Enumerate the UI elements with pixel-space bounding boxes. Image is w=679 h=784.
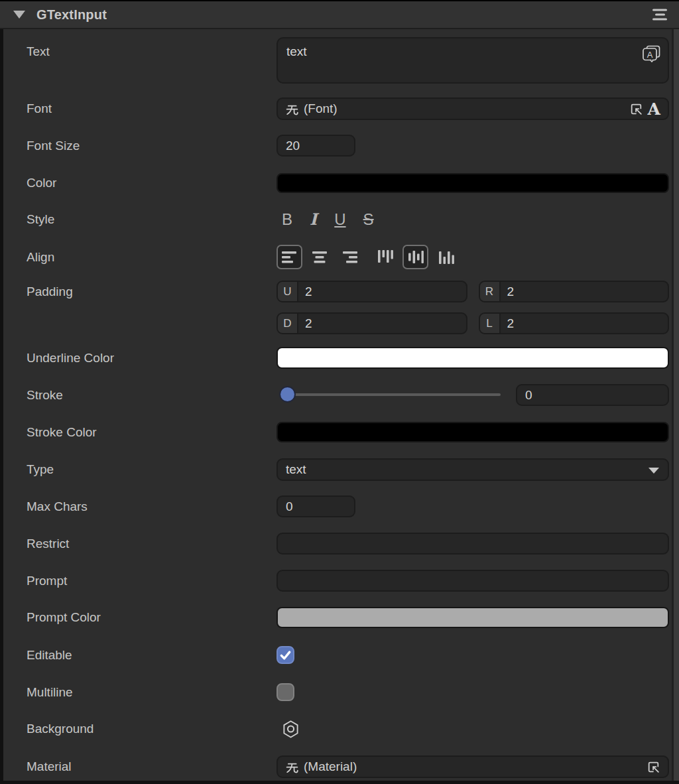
style-label: Style (27, 212, 54, 227)
multiline-checkbox[interactable] (277, 683, 294, 701)
inspector-panel: GTextInput Text text A Font (0, 0, 679, 784)
background-label: Background (27, 722, 93, 736)
underline-color-label: Underline Color (27, 351, 114, 365)
scrollbar-track[interactable] (674, 29, 679, 784)
underline-button[interactable]: U (334, 212, 345, 228)
material-label: Material (27, 759, 72, 774)
padding-up-input[interactable]: U 2 (277, 281, 467, 302)
padding-down-input[interactable]: D 2 (277, 312, 467, 334)
valign-top-icon (377, 249, 393, 265)
max-chars-label: Max Chars (27, 499, 88, 514)
align-center-icon (312, 249, 328, 265)
strikethrough-button[interactable]: S (363, 212, 374, 228)
panel-bottom-edge (0, 781, 679, 784)
material-object-field[interactable]: (Material) (277, 755, 669, 778)
align-left-button[interactable] (277, 245, 302, 269)
editable-label: Editable (27, 648, 72, 663)
color-label: Color (27, 176, 56, 190)
padding-left-value: 2 (501, 316, 515, 331)
object-picker-icon[interactable] (647, 760, 660, 774)
align-left-icon (281, 249, 298, 265)
italic-button[interactable]: I (310, 212, 317, 228)
valign-middle-button[interactable] (402, 245, 428, 269)
max-chars-value: 0 (278, 499, 293, 514)
stroke-value: 0 (517, 388, 532, 403)
restrict-label: Restrict (27, 537, 69, 551)
component-header[interactable]: GTextInput (0, 0, 679, 29)
stroke-input[interactable]: 0 (516, 384, 669, 406)
type-dropdown[interactable]: text (277, 458, 669, 481)
multiline-label: Multiline (27, 685, 73, 700)
padding-right-prefix: R (480, 282, 501, 301)
underline-color-swatch[interactable] (277, 347, 669, 369)
max-chars-input[interactable]: 0 (277, 495, 355, 517)
bold-button[interactable]: B (282, 212, 292, 228)
padding-right-input[interactable]: R 2 (479, 281, 670, 302)
type-label: Type (27, 462, 54, 477)
text-label: Text (27, 44, 50, 59)
menu-icon[interactable] (652, 7, 667, 23)
padding-up-prefix: U (278, 282, 298, 301)
component-title: GTextInput (36, 7, 107, 23)
color-swatch[interactable] (277, 173, 669, 193)
valign-middle-icon (407, 249, 424, 265)
padding-left-prefix: L (480, 314, 501, 333)
align-center-button[interactable] (307, 245, 333, 269)
editable-checkbox[interactable] (277, 646, 294, 664)
stroke-color-swatch[interactable] (277, 422, 669, 442)
stroke-label: Stroke (27, 388, 63, 403)
padding-up-value: 2 (298, 285, 312, 299)
chevron-down-icon (648, 468, 659, 474)
stroke-slider-track[interactable] (282, 393, 501, 396)
text-input[interactable]: text A (277, 37, 669, 84)
check-icon (278, 648, 292, 662)
font-label: Font (27, 101, 52, 116)
font-value-suffix: (Font) (304, 101, 338, 116)
font-a-icon[interactable]: A (648, 101, 660, 117)
font-size-label: Font Size (27, 139, 80, 153)
align-buttons (277, 245, 669, 269)
font-size-value: 20 (278, 139, 300, 153)
font-object-field[interactable]: (Font) A (277, 98, 669, 120)
stroke-slider-knob[interactable] (279, 386, 296, 403)
text-bubble-icon: A (641, 43, 662, 65)
svg-text:A: A (647, 50, 653, 60)
stroke-color-label: Stroke Color (27, 425, 97, 440)
none-cn-glyph-icon (285, 760, 299, 774)
padding-down-prefix: D (278, 314, 298, 333)
prompt-label: Prompt (27, 574, 67, 588)
padding-right-value: 2 (501, 285, 515, 299)
padding-label: Padding (27, 285, 73, 299)
hexagon-asset-icon[interactable] (280, 719, 301, 740)
panel-left-edge (0, 29, 3, 784)
object-picker-icon[interactable] (629, 102, 643, 116)
prompt-color-label: Prompt Color (27, 610, 101, 625)
font-size-input[interactable]: 20 (277, 135, 355, 157)
valign-bottom-button[interactable] (433, 245, 459, 269)
valign-bottom-icon (438, 249, 454, 265)
align-label: Align (27, 250, 54, 265)
type-value: text (278, 462, 306, 477)
align-right-button[interactable] (338, 245, 363, 269)
text-value: text (278, 38, 668, 59)
align-right-icon (342, 249, 359, 265)
padding-left-input[interactable]: L 2 (479, 312, 670, 334)
prompt-input[interactable] (277, 570, 669, 592)
restrict-input[interactable] (277, 533, 669, 555)
prompt-color-swatch[interactable] (277, 607, 669, 628)
style-buttons: B I U S (277, 208, 669, 231)
padding-down-value: 2 (298, 316, 312, 331)
foldout-triangle-icon[interactable] (13, 11, 25, 19)
none-cn-glyph-icon (285, 102, 299, 116)
valign-top-button[interactable] (372, 245, 398, 269)
material-value-suffix: (Material) (304, 759, 357, 774)
